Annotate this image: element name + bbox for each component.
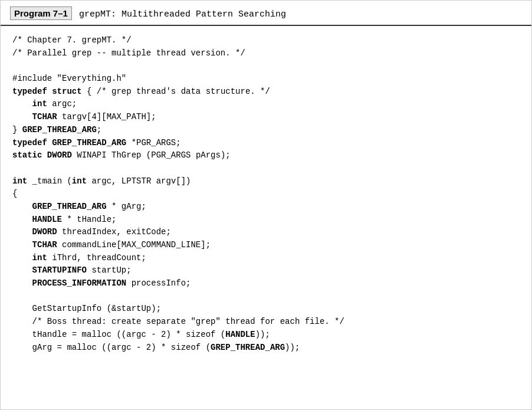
program-title: grepMT: Multithreaded Pattern Searching [79, 9, 286, 19]
code-block: /* Chapter 7. grepMT. */ /* Parallel gre… [12, 34, 520, 354]
program-header: Program 7–1 grepMT: Multithreaded Patter… [1, 1, 531, 26]
main-container: Program 7–1 grepMT: Multithreaded Patter… [0, 0, 532, 410]
program-label: Program 7–1 [10, 6, 72, 20]
code-area: /* Chapter 7. grepMT. */ /* Parallel gre… [1, 26, 531, 366]
